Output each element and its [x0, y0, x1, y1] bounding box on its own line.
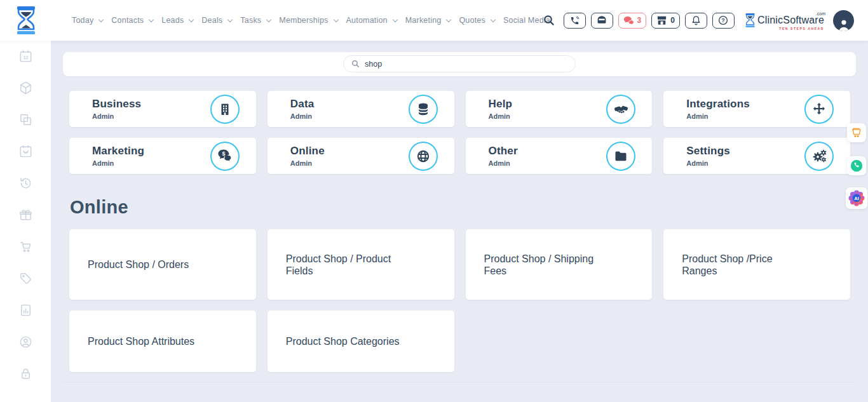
content-divider [63, 382, 856, 382]
card-product-shop-product-fields[interactable]: Product Shop / Product Fields [268, 229, 454, 300]
question-icon: ? [718, 15, 728, 25]
nav-item-marketing[interactable]: Marketing [405, 16, 451, 25]
sidebar-item-reports[interactable] [18, 302, 33, 318]
chevron-down-icon [491, 17, 496, 22]
floating-whatsapp-button[interactable] [847, 156, 866, 175]
nav-item-memberships[interactable]: Memberships [279, 16, 337, 25]
chat-bubbles-icon [623, 16, 634, 25]
topbar-actions: 3 0 ? [541, 0, 854, 41]
category-title: Help [489, 98, 513, 111]
app-logo[interactable] [15, 5, 37, 36]
store-button[interactable]: 0 [651, 13, 680, 29]
sidebar-item-security[interactable] [18, 366, 33, 381]
sidebar-item-pages[interactable] [18, 112, 33, 127]
nav-item-contacts[interactable]: Contacts [111, 16, 153, 25]
sidebar-item-account[interactable] [18, 334, 33, 349]
category-card-data[interactable]: Data Admin [268, 91, 454, 127]
nav-item-leads[interactable]: Leads [161, 16, 193, 25]
category-subtitle: Admin [92, 112, 141, 120]
category-card-integrations[interactable]: Integrations Admin [663, 91, 850, 127]
category-card-business[interactable]: Business Admin [69, 91, 256, 127]
svg-text:$: $ [222, 151, 226, 157]
floating-cart-button[interactable] [847, 123, 866, 142]
sidebar-item-products[interactable] [18, 80, 33, 95]
inbox-button[interactable] [591, 13, 613, 29]
phone-icon [570, 16, 580, 25]
card-product-shop-attributes[interactable]: Product Shop Attributes [69, 311, 256, 372]
chevron-down-icon [393, 17, 398, 22]
card-label: Product Shop / Orders [88, 258, 189, 271]
category-subtitle: Admin [92, 159, 144, 167]
category-title: Integrations [686, 98, 750, 111]
handshake-icon [606, 95, 635, 124]
card-product-shop-shipping-fees[interactable]: Product Shop / Shipping Fees [466, 229, 653, 300]
category-title: Data [290, 98, 315, 111]
brand-name: ClinicSoftware [757, 15, 824, 25]
globe-icon [409, 142, 438, 171]
help-button[interactable]: ? [712, 13, 735, 29]
person-icon [837, 18, 851, 31]
category-card-settings[interactable]: Settings Admin [663, 138, 850, 174]
chevron-down-icon [227, 17, 233, 22]
category-grid: Business Admin Data Admin [69, 91, 850, 174]
search-input[interactable] [365, 60, 567, 69]
chevron-down-icon [98, 17, 104, 22]
category-card-online[interactable]: Online Admin [268, 138, 454, 174]
report-icon [18, 303, 33, 318]
card-product-shop-orders[interactable]: Product Shop / Orders [69, 229, 256, 300]
card-label: Product Shop Categories [286, 335, 400, 347]
category-card-help[interactable]: Help Admin [466, 91, 653, 127]
gift-icon [18, 208, 33, 222]
category-title: Other [489, 145, 518, 157]
category-card-marketing[interactable]: Marketing Admin $ [69, 138, 256, 174]
sidebar: 12 [0, 41, 51, 402]
calendar-icon: 12 [18, 49, 33, 64]
calendar-save-icon [18, 144, 33, 159]
copy-icon [18, 112, 33, 127]
category-subtitle: Admin [489, 159, 518, 167]
category-title: Marketing [92, 145, 144, 157]
cart-icon [850, 126, 863, 139]
category-card-other[interactable]: Other Admin [466, 138, 653, 174]
sidebar-item-history[interactable] [18, 175, 33, 191]
sidebar-item-gifts[interactable] [18, 207, 33, 222]
brand-logo[interactable]: ClinicSoftware .com TEN STEPS AHEAD [745, 13, 824, 28]
sidebar-item-tags[interactable] [18, 271, 33, 286]
topbar: Today Contacts Leads Deals Tasks Members… [0, 0, 868, 41]
nav-item-tasks[interactable]: Tasks [240, 16, 271, 25]
card-label: Product Shop Attributes [88, 335, 194, 347]
sidebar-item-calendar[interactable]: 12 [18, 48, 33, 64]
folder-icon [606, 142, 635, 171]
database-icon [409, 95, 438, 124]
cube-icon [18, 81, 33, 95]
search-icon[interactable] [541, 12, 557, 29]
tags-icon [18, 271, 33, 286]
search-field[interactable] [343, 55, 576, 72]
category-title: Settings [686, 145, 730, 157]
card-product-shop-categories[interactable]: Product Shop Categories [268, 311, 454, 372]
phone-button[interactable] [564, 13, 586, 29]
floating-ai-assistant-button[interactable]: AI [846, 187, 867, 209]
nav-item-automation[interactable]: Automation [346, 16, 397, 25]
nav-item-deals[interactable]: Deals [201, 16, 232, 25]
sidebar-item-bookings[interactable] [18, 144, 33, 159]
chat-button[interactable]: 3 [618, 13, 647, 29]
notifications-button[interactable] [685, 13, 707, 29]
user-avatar[interactable] [833, 10, 854, 31]
chevron-down-icon [189, 17, 194, 22]
main-nav: Today Contacts Leads Deals Tasks Members… [72, 0, 550, 41]
nav-item-today[interactable]: Today [72, 16, 103, 25]
user-circle-icon [18, 335, 33, 349]
search-icon [351, 60, 360, 68]
section-title: Online [70, 197, 128, 218]
building-icon [210, 95, 240, 124]
history-icon [18, 176, 33, 191]
sidebar-item-shop[interactable] [18, 239, 33, 254]
chevron-down-icon [266, 17, 271, 22]
card-product-shop-price-ranges[interactable]: Product Shop /Price Ranges [663, 229, 850, 300]
category-subtitle: Admin [686, 159, 730, 167]
store-icon [656, 16, 667, 25]
nav-item-quotes[interactable]: Quotes [459, 16, 495, 25]
chevron-down-icon [149, 17, 154, 22]
main-content: Business Admin Data Admin [51, 41, 868, 402]
